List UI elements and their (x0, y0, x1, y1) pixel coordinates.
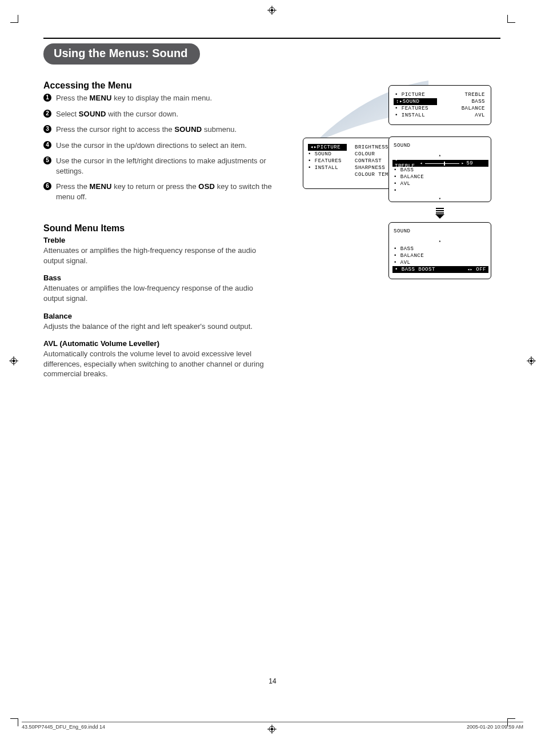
osd-label: BALANCE (462, 105, 485, 112)
menu-item-bass: Bass Attenuates or amplifies the low-fre… (43, 274, 272, 303)
lr-caret-icon: ◂▸ (467, 267, 472, 272)
osd-label: COLOUR TEMP (355, 171, 392, 178)
osd-label: INSTALL (395, 112, 425, 119)
step-item: Press the cursor right to access the SOU… (43, 124, 272, 135)
osd-highlight: ↕▸SOUND (394, 98, 437, 105)
left-caret-icon: ◂ (420, 161, 423, 166)
osd-label: PICTURE (395, 91, 425, 98)
step-item: Press the MENU key to display the main m… (43, 93, 272, 103)
cropmark-icon (503, 10, 515, 23)
osd-sound-scroll: SOUND ▴ BASS BALANCE AVL • BASS BOOST ◂▸… (388, 222, 491, 279)
step-item: Use the cursor in the left/right directi… (43, 156, 272, 176)
step-item: Press the MENU key to return or press th… (43, 182, 272, 202)
osd-label: BASS (394, 246, 414, 252)
osd-value: OFF (476, 267, 486, 272)
cropmark-icon (10, 10, 23, 23)
step-item: Select SOUND with the cursor down. (43, 109, 272, 119)
footer-timestamp: 2005-01-20 10:09:59 AM (467, 724, 523, 730)
osd-label: CONTRAST (355, 158, 392, 164)
item-name: Bass (43, 274, 272, 282)
up-caret-icon: ▴ (439, 153, 442, 158)
osd-label: COLOUR (355, 151, 392, 158)
osd-title: SOUND (394, 143, 486, 148)
osd-label: SHARPNESS (355, 164, 392, 171)
item-desc: Attenuates or amplifies the low-frequenc… (43, 283, 272, 303)
registration-mark-icon (267, 6, 276, 15)
svg-point-0 (269, 7, 275, 13)
section-heading-items: Sound Menu Items (43, 223, 272, 234)
osd-label: INSTALL (308, 164, 347, 171)
osd-title: SOUND (394, 228, 486, 234)
osd-label: TREBLE (465, 91, 485, 98)
svg-point-8 (528, 358, 534, 364)
menu-item-avl: AVL (Automatic Volume Leveller) Automati… (43, 339, 272, 379)
footer-filename: 43.50PP7445_DFU_Eng_69.indd 14 (22, 724, 105, 730)
osd-label: BALANCE (394, 174, 486, 180)
arrow-down-icon (434, 207, 446, 222)
osd-label: FEATURES (308, 158, 347, 164)
osd-main-menu: PICTURETREBLE ↕▸SOUNDBASS FEATURESBALANC… (388, 85, 491, 125)
page-title: Using the Menus: Sound (43, 43, 200, 65)
print-footer: 43.50PP7445_DFU_Eng_69.indd 14 2005-01-2… (22, 722, 523, 730)
svg-point-9 (530, 360, 532, 362)
osd-highlight: • BASS BOOST ◂▸ OFF (392, 266, 488, 273)
step-item: Use the cursor in the up/down directions… (43, 140, 272, 151)
item-desc: Attenuates or amplifies the high-frequen… (43, 246, 272, 266)
osd-label: BASS (471, 98, 485, 105)
item-name: Treble (43, 236, 272, 244)
registration-mark-icon (9, 356, 18, 365)
osd-label: BALANCE (394, 252, 424, 259)
section-heading-accessing: Accessing the Menu (43, 81, 272, 91)
osd-sound-menu: SOUND ▴ • TREBLE ◂ ▸ 59 BASS BALANCE AVL… (388, 136, 491, 202)
osd-label: AVL (394, 180, 486, 187)
osd-label: BASS (394, 167, 486, 174)
osd-label: AVL (394, 259, 411, 266)
steps-list: Press the MENU key to display the main m… (43, 93, 272, 202)
item-desc: Automatically controls the volume level … (43, 349, 272, 379)
item-name: AVL (Automatic Volume Leveller) (43, 339, 272, 348)
osd-value: 59 (466, 160, 473, 166)
down-caret-icon: ▾ (439, 196, 442, 201)
menu-item-treble: Treble Attenuates or amplifies the high-… (43, 236, 272, 266)
registration-mark-icon (527, 356, 536, 365)
osd-highlight: • TREBLE ◂ ▸ 59 (392, 160, 488, 167)
svg-point-1 (271, 9, 273, 11)
osd-highlight: ◂▸PICTURE (308, 144, 347, 151)
cropmark-icon (10, 718, 23, 731)
svg-point-4 (11, 358, 17, 364)
up-caret-icon: ▴ (439, 239, 442, 243)
osd-label: SOUND (308, 151, 347, 158)
svg-point-5 (13, 360, 15, 362)
item-name: Balance (43, 312, 272, 320)
right-caret-icon: ▸ (462, 161, 464, 166)
menu-item-balance: Balance Adjusts the balance of the right… (43, 312, 272, 332)
osd-label: AVL (475, 112, 485, 119)
page-number: 14 (0, 677, 545, 685)
osd-label (394, 187, 486, 194)
osd-label: FEATURES (395, 105, 428, 112)
osd-label: BRIGHTNESS (355, 144, 392, 151)
horizontal-rule (43, 38, 500, 39)
slider-icon (425, 162, 459, 165)
item-desc: Adjusts the balance of the right and lef… (43, 321, 272, 332)
